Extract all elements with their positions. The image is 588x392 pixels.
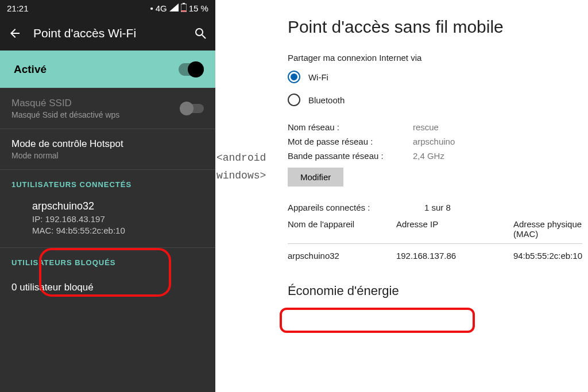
energy-section-title: Économie d'énergie <box>288 284 582 298</box>
page-title: Point d'accès sans fil mobile <box>288 17 582 37</box>
blocked-count: 0 utilisateur bloqué <box>11 282 204 293</box>
hidden-ssid-setting[interactable]: Masqué SSID Masqué Ssid et désactivé wps <box>0 88 215 129</box>
title-bar: Point d'accès Wi-Fi <box>0 16 215 51</box>
radio-wifi[interactable]: Wi-Fi <box>288 71 582 83</box>
search-icon[interactable] <box>194 26 207 40</box>
battery-icon <box>181 3 187 14</box>
status-bar: 21:21 • 4G 15 % <box>0 0 215 16</box>
device-ip: IP: 192.168.43.197 <box>32 214 204 225</box>
annotation-labels: <android windows> <box>216 149 266 184</box>
hidden-ssid-sub: Masqué Ssid et désactivé wps <box>11 110 119 119</box>
switch-on-icon[interactable] <box>179 63 204 76</box>
section-blocked-users: UTILISATEURS BLOQUÉS <box>0 248 215 273</box>
header-device-name: Nom de l'appareil <box>288 219 394 239</box>
radio-wifi-label: Wi-Fi <box>308 72 328 82</box>
connected-count-row: Appareils connectés : 1 sur 8 <box>288 203 582 212</box>
blocked-users-row[interactable]: 0 utilisateur bloqué <box>0 273 215 302</box>
svg-line-4 <box>202 35 206 38</box>
section-connected-users: 1UTILISATEURS CONNECTÉS <box>0 170 215 195</box>
mode-sub: Mode normal <box>11 151 204 160</box>
network-name-row: Nom réseau : rescue <box>288 122 582 132</box>
radio-checked-icon[interactable] <box>288 71 300 83</box>
device-table-header: Nom de l'appareil Adresse IP Adresse phy… <box>288 219 582 239</box>
status-time: 21:21 <box>7 3 29 13</box>
hidden-ssid-label: Masqué SSID <box>11 98 119 109</box>
device-row: arpschuino32 192.168.137.86 94:b5:55:2c:… <box>288 251 582 261</box>
row-ip: 192.168.137.86 <box>396 251 511 261</box>
status-network: 4G <box>156 3 167 13</box>
enabled-label: Activé <box>14 63 47 76</box>
device-name: arpschuino32 <box>32 200 204 212</box>
share-via-label: Partager ma connexion Internet via <box>288 53 582 63</box>
header-ip: Adresse IP <box>396 219 511 239</box>
switch-off-icon[interactable] <box>181 104 204 113</box>
connected-count-value: 1 sur 8 <box>424 203 451 212</box>
radio-unchecked-icon[interactable] <box>288 94 300 106</box>
back-icon[interactable] <box>8 26 22 40</box>
modify-button[interactable]: Modifier <box>288 168 343 187</box>
hotspot-mode-setting[interactable]: Mode de contrôle Hotspot Mode normal <box>0 129 215 170</box>
network-password-row: Mot de passe réseau : arpschuino <box>288 137 582 146</box>
svg-rect-1 <box>183 3 185 4</box>
page-title: Point d'accès Wi-Fi <box>33 26 182 40</box>
connected-device[interactable]: arpschuino32 IP: 192.168.43.197 MAC: 94:… <box>0 195 215 248</box>
network-password-value: arpschuino <box>413 137 455 146</box>
device-mac: MAC: 94:b5:55:2c:eb:10 <box>32 225 204 236</box>
mode-label: Mode de contrôle Hotspot <box>11 138 204 150</box>
row-mac: 94:b5:55:2c:eb:10 <box>513 251 582 261</box>
network-name-value: rescue <box>413 122 439 132</box>
network-band-row: Bande passante réseau : 2,4 GHz <box>288 151 582 161</box>
svg-point-3 <box>196 29 203 36</box>
radio-bluetooth[interactable]: Bluetooth <box>288 94 582 106</box>
svg-rect-2 <box>181 10 186 12</box>
network-band-value: 2,4 GHz <box>413 151 444 161</box>
windows-settings-pane: <android windows> Point d'accès sans fil… <box>215 0 588 392</box>
android-phone-pane: 21:21 • 4G 15 % Point d'accès Wi-Fi Acti… <box>0 0 215 392</box>
signal-icon <box>169 3 179 13</box>
status-battery-percent: 15 % <box>189 3 208 13</box>
row-device-name: arpschuino32 <box>288 251 394 261</box>
hotspot-enabled-toggle[interactable]: Activé <box>0 51 215 88</box>
divider <box>288 243 582 244</box>
header-mac: Adresse physique (MAC) <box>513 219 582 239</box>
radio-bluetooth-label: Bluetooth <box>308 95 345 105</box>
annotation-highlight-windows <box>280 308 475 333</box>
